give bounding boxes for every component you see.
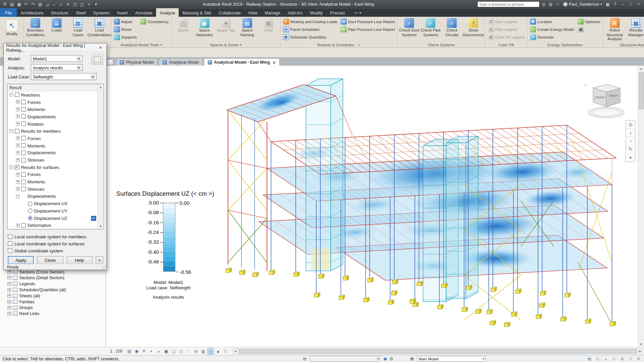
checkbox[interactable] bbox=[8, 241, 12, 246]
expand-dialog-button[interactable]: > bbox=[96, 256, 103, 264]
dialog-close-icon[interactable]: × bbox=[97, 45, 104, 50]
panel-title[interactable]: Reports & Schedules bbox=[280, 42, 397, 48]
checkbox[interactable] bbox=[8, 248, 12, 253]
create-energy-model-button[interactable]: Create Energy Model bbox=[529, 25, 575, 33]
tag-by-category-icon[interactable]: ◇ bbox=[57, 1, 64, 7]
design-options-icon[interactable]: ▦ bbox=[409, 356, 415, 361]
ribbon-tab[interactable]: Systems bbox=[89, 8, 113, 17]
robot-structural-analysis-button[interactable]: Robot Structural Analysis bbox=[604, 18, 625, 42]
space-separator-button[interactable]: Space Separator bbox=[194, 18, 215, 38]
pipe-pressure-loss-report-button[interactable]: Pipe Pressure Loss Report bbox=[339, 25, 396, 33]
tree-expander-icon[interactable] bbox=[16, 144, 20, 147]
boundary-conditions-button[interactable]: Boundary Conditions bbox=[25, 18, 46, 38]
expand-icon[interactable] bbox=[7, 294, 11, 298]
scroll-up-icon[interactable]: ▲ bbox=[99, 84, 102, 90]
reveal-constraints-icon[interactable]: ▽ bbox=[222, 348, 229, 355]
tree-checkbox[interactable] bbox=[15, 129, 19, 133]
crop-view-icon[interactable]: ▣ bbox=[163, 348, 170, 355]
help-search-box[interactable] bbox=[477, 1, 540, 7]
rendering-dialog-icon[interactable]: ◒ bbox=[156, 348, 162, 355]
resize-grip[interactable] bbox=[102, 265, 106, 269]
tree-checkbox[interactable] bbox=[28, 201, 32, 206]
thin-lines-icon[interactable]: ≡ bbox=[86, 1, 93, 7]
reset-button[interactable]: Reset bbox=[113, 25, 138, 33]
ribbon-display-toggle-icon[interactable]: ▭ bbox=[354, 10, 358, 14]
exclude-options-icon[interactable]: ◎ bbox=[620, 356, 625, 361]
tree-row[interactable]: Displacement UY ✓ bbox=[7, 207, 97, 215]
tree-row[interactable]: Displacements ✓ bbox=[7, 113, 97, 120]
tree-expander-icon[interactable] bbox=[16, 107, 20, 111]
browser-item[interactable]: Sections (Detail Section) bbox=[2, 275, 104, 281]
tree-row[interactable]: Forces ✓ bbox=[7, 171, 97, 178]
location-button[interactable]: Location bbox=[529, 18, 575, 25]
browser-item[interactable]: Groups bbox=[2, 305, 104, 311]
expand-icon[interactable] bbox=[7, 300, 11, 304]
load-case-select[interactable]: Selfweight bbox=[31, 73, 97, 80]
ribbon-tab[interactable]: Massing & Site bbox=[179, 8, 215, 17]
ribbon-tab[interactable]: View bbox=[245, 8, 261, 17]
expand-icon[interactable] bbox=[7, 270, 11, 274]
measure-icon[interactable]: ◿ bbox=[44, 1, 51, 7]
reset-icon[interactable]: ↻ bbox=[636, 356, 642, 361]
browser-item[interactable]: Revit Links bbox=[2, 311, 104, 317]
full-navigation-wheel-icon[interactable]: ◎ bbox=[626, 121, 635, 129]
minimize-button[interactable]: – bbox=[619, 1, 627, 7]
tree-checkbox[interactable] bbox=[21, 180, 26, 184]
visual-style-icon[interactable]: ◉ bbox=[133, 348, 140, 355]
zoom-icon[interactable]: ◔ bbox=[626, 137, 635, 145]
reveal-hidden-elements-icon[interactable]: ◎ bbox=[193, 348, 199, 355]
load-cases-button[interactable]: Load Cases bbox=[68, 18, 88, 38]
switch-windows-icon[interactable]: ▾ bbox=[93, 1, 100, 7]
tree-expander-icon[interactable] bbox=[16, 151, 20, 155]
save-icon[interactable]: ▣ bbox=[16, 1, 23, 7]
tree-row[interactable]: Moments ✓ bbox=[7, 142, 97, 149]
energy-settings-button[interactable] bbox=[576, 25, 601, 33]
tree-checkbox[interactable] bbox=[21, 158, 26, 162]
help-button[interactable]: Help bbox=[66, 256, 93, 264]
expand-icon[interactable] bbox=[7, 306, 11, 310]
view-tab[interactable]: Analytical Model - East Wing × bbox=[204, 58, 279, 66]
print-icon[interactable]: ▥ bbox=[37, 1, 44, 7]
tree-expander-icon[interactable] bbox=[16, 158, 20, 162]
maximize-button[interactable]: □ bbox=[627, 1, 635, 7]
show-disconnects-button[interactable]: Show Disconnects bbox=[463, 18, 484, 38]
orbit-icon[interactable]: ↻ bbox=[626, 145, 635, 153]
tree-row[interactable]: Displacements ✓ bbox=[7, 149, 97, 157]
tree-row[interactable]: Stresses ✓ bbox=[7, 185, 97, 193]
close-button[interactable]: Close bbox=[37, 256, 63, 264]
load-combinations-button[interactable]: Load Combinations bbox=[89, 18, 110, 38]
tree-checkbox[interactable] bbox=[21, 136, 26, 140]
tree-expander-icon[interactable] bbox=[16, 187, 20, 191]
ribbon-tab[interactable]: Steel bbox=[72, 8, 89, 17]
panel-title[interactable]: Analytical Model Tools bbox=[111, 42, 171, 48]
adjust-button[interactable]: Adjust bbox=[113, 18, 138, 25]
scroll-down-icon[interactable]: ▼ bbox=[99, 223, 102, 229]
press-drag-icon[interactable]: ◇ bbox=[611, 356, 617, 361]
search-input[interactable] bbox=[479, 2, 538, 6]
show-crop-region-icon[interactable]: ▢ bbox=[170, 348, 177, 355]
background-processes-icon[interactable]: ◒ bbox=[603, 356, 609, 361]
vertical-scrollbar[interactable]: ▲ ▼ bbox=[638, 66, 644, 347]
selection-filter-icon[interactable]: ▣ bbox=[382, 356, 388, 361]
tree-checkbox[interactable] bbox=[21, 100, 26, 104]
search-go-icon[interactable]: ◎ bbox=[540, 1, 547, 7]
view-tab[interactable]: Analytical Model bbox=[159, 58, 203, 66]
exchange-apps-icon[interactable]: ▦ bbox=[604, 1, 611, 7]
sun-path-icon[interactable]: ☀ bbox=[141, 348, 148, 355]
signin-user-menu[interactable]: Paul_Sanderson ▾ bbox=[561, 2, 604, 6]
tree-row[interactable]: Moments ✓ bbox=[7, 178, 97, 186]
tree-expander-icon[interactable] bbox=[16, 100, 20, 104]
filter-icon[interactable]: ▽ bbox=[628, 356, 633, 361]
option-row[interactable]: Local coordinate system for members bbox=[8, 233, 103, 240]
browser-item[interactable]: Legends bbox=[2, 281, 104, 287]
tree-expander-icon[interactable] bbox=[16, 115, 20, 118]
expand-icon[interactable] bbox=[7, 282, 11, 286]
apply-button[interactable]: Apply bbox=[8, 256, 34, 264]
detail-level-icon[interactable]: ▤ bbox=[126, 348, 132, 355]
tree-row[interactable]: Deformation ✓ bbox=[7, 222, 97, 229]
open-icon[interactable]: ▤ bbox=[9, 1, 16, 7]
close-button[interactable]: × bbox=[635, 1, 642, 7]
tree-expander-icon[interactable] bbox=[16, 136, 20, 140]
model-select[interactable]: Model1 bbox=[31, 55, 83, 62]
scroll-left-icon[interactable]: ◄ bbox=[233, 350, 237, 353]
